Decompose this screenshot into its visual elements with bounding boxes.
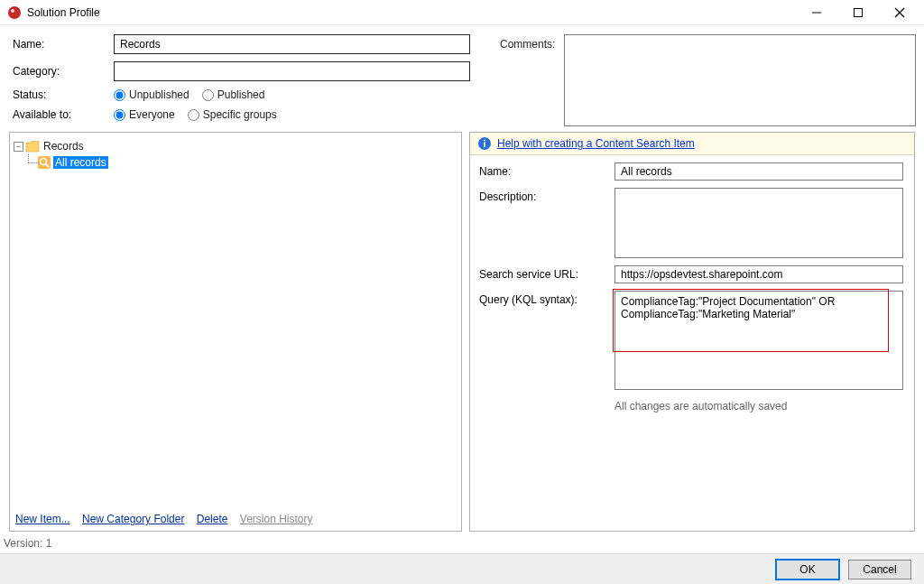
titlebar: Solution Profile — [0, 0, 924, 25]
window-title: Solution Profile — [27, 6, 100, 19]
detail-body: Name: Description: Search service URL: Q… — [470, 155, 914, 531]
status-published-option[interactable]: Published — [202, 88, 265, 101]
comments-textarea[interactable] — [564, 34, 916, 126]
available-specific-label: Specific groups — [203, 108, 277, 121]
search-icon — [37, 155, 51, 170]
tree-node-child[interactable]: All records — [23, 154, 457, 171]
name-input[interactable] — [114, 34, 470, 54]
detail-name-label: Name: — [479, 162, 614, 178]
info-icon — [477, 136, 492, 151]
status-published-label: Published — [217, 88, 265, 101]
status-published-radio[interactable] — [202, 89, 214, 101]
tree-collapse-icon[interactable]: − — [14, 142, 23, 152]
detail-description-label: Description: — [479, 188, 614, 203]
svg-point-1 — [11, 9, 14, 13]
cancel-button[interactable]: Cancel — [848, 560, 911, 579]
category-label: Category: — [13, 65, 114, 78]
detail-query-label: Query (KQL syntax): — [479, 291, 614, 306]
top-form: Name: Category: Status: Unpublished Publ… — [0, 25, 924, 132]
available-specific-option[interactable]: Specific groups — [188, 108, 277, 121]
status-unpublished-radio[interactable] — [114, 89, 125, 101]
maximize-button[interactable] — [837, 0, 879, 25]
available-everyone-label: Everyone — [129, 108, 175, 121]
status-label: Status: — [13, 88, 114, 101]
detail-query-textarea[interactable] — [614, 291, 903, 390]
available-everyone-option[interactable]: Everyone — [114, 108, 175, 121]
status-unpublished-label: Unpublished — [129, 88, 189, 101]
svg-point-11 — [484, 140, 485, 142]
tree-child-label[interactable]: All records — [53, 156, 108, 169]
comments-section: Comments: — [500, 34, 916, 128]
tree-panel: − Records All records New Item... New Ca… — [9, 132, 462, 532]
main-split: − Records All records New Item... New Ca… — [0, 132, 924, 532]
app-icon — [7, 5, 22, 20]
available-label: Available to: — [13, 108, 114, 121]
close-button[interactable] — [879, 0, 920, 25]
version-history-link: Version History — [240, 513, 313, 525]
detail-description-textarea[interactable] — [614, 188, 903, 258]
ok-button[interactable]: OK — [776, 560, 839, 579]
category-input[interactable] — [114, 61, 470, 81]
auto-save-note: All changes are automatically saved — [614, 400, 905, 413]
name-label: Name: — [13, 38, 114, 51]
detail-url-label: Search service URL: — [479, 265, 614, 281]
svg-rect-10 — [484, 143, 485, 148]
new-category-folder-link[interactable]: New Category Folder — [82, 513, 184, 525]
available-everyone-radio[interactable] — [114, 109, 125, 121]
svg-rect-3 — [855, 8, 863, 16]
tree-root-label[interactable]: Records — [42, 140, 86, 153]
help-link[interactable]: Help with creating a Content Search Item — [497, 137, 695, 150]
svg-point-0 — [8, 6, 21, 19]
delete-link[interactable]: Delete — [197, 513, 228, 525]
status-unpublished-option[interactable]: Unpublished — [114, 88, 189, 101]
tree-body[interactable]: − Records All records — [10, 133, 461, 507]
tree-links: New Item... New Category Folder Delete V… — [10, 507, 461, 531]
button-bar: OK Cancel — [0, 553, 924, 584]
folder-icon — [25, 140, 40, 153]
left-fields: Name: Category: Status: Unpublished Publ… — [13, 34, 482, 128]
tree-connector-icon — [23, 154, 35, 171]
detail-panel: Help with creating a Content Search Item… — [469, 132, 915, 532]
version-text: Version: 1 — [0, 532, 924, 553]
new-item-link[interactable]: New Item... — [15, 513, 70, 525]
detail-name-input[interactable] — [614, 162, 903, 181]
tree-node-root[interactable]: − Records — [14, 138, 457, 154]
comments-label: Comments: — [500, 34, 555, 128]
help-bar: Help with creating a Content Search Item — [470, 133, 914, 155]
detail-url-input[interactable] — [614, 265, 903, 283]
available-specific-radio[interactable] — [188, 109, 199, 121]
minimize-button[interactable] — [796, 0, 837, 25]
